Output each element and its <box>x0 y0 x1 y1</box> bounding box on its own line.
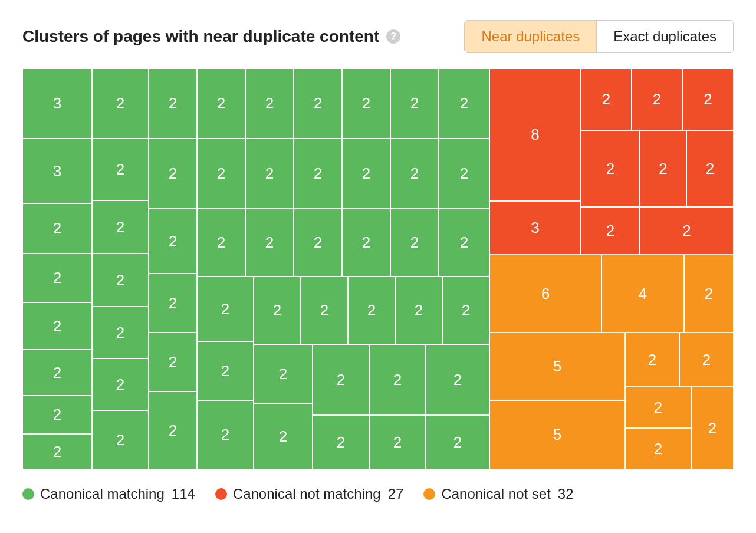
treemap-cell[interactable]: 2 <box>92 139 149 200</box>
treemap-cell[interactable]: 2 <box>149 274 197 333</box>
treemap-cell[interactable]: 2 <box>682 68 734 130</box>
treemap-cell[interactable]: 2 <box>22 396 92 434</box>
legend-swatch <box>423 488 435 500</box>
treemap-cell[interactable]: 2 <box>390 68 439 139</box>
treemap-cell[interactable]: 2 <box>254 277 301 344</box>
treemap-cell[interactable]: 2 <box>581 130 640 207</box>
treemap-cell[interactable]: 2 <box>92 200 149 254</box>
near-duplicates-tab[interactable]: Near duplicates <box>465 21 596 52</box>
treemap-cell[interactable]: 2 <box>197 341 254 400</box>
treemap-cell[interactable]: 2 <box>369 344 426 415</box>
treemap-cell[interactable]: 2 <box>426 415 489 469</box>
treemap-cell[interactable]: 2 <box>294 139 342 209</box>
treemap-cell[interactable]: 2 <box>149 333 197 391</box>
legend-label: Canonical not matching <box>233 486 381 502</box>
treemap-cell[interactable]: 2 <box>245 139 294 209</box>
duplicate-type-toggle: Near duplicates Exact duplicates <box>464 20 734 53</box>
treemap-cell[interactable]: 2 <box>197 139 245 209</box>
legend-canonical-matching[interactable]: Canonical matching 114 <box>22 486 195 502</box>
exact-duplicates-tab[interactable]: Exact duplicates <box>596 21 733 52</box>
treemap-cell[interactable]: 2 <box>369 415 426 469</box>
legend-count: 114 <box>172 486 195 502</box>
chart-title: Clusters of pages with near duplicate co… <box>22 27 379 46</box>
treemap-cell[interactable]: 2 <box>254 403 313 469</box>
treemap-cell[interactable]: 2 <box>342 68 390 139</box>
help-icon[interactable]: ? <box>386 29 400 44</box>
treemap-cell[interactable]: 2 <box>625 387 691 428</box>
treemap-cell[interactable]: 2 <box>395 277 442 344</box>
treemap-cell[interactable]: 2 <box>640 207 734 255</box>
treemap-cell[interactable]: 2 <box>149 139 197 209</box>
treemap-cell[interactable]: 2 <box>390 139 439 209</box>
chart-header: Clusters of pages with near duplicate co… <box>22 20 734 53</box>
treemap-cell[interactable]: 2 <box>342 209 390 277</box>
legend-canonical-not-matching[interactable]: Canonical not matching 27 <box>215 486 404 502</box>
legend-count: 32 <box>558 486 574 502</box>
chart-legend: Canonical matching 114 Canonical not mat… <box>22 486 734 502</box>
treemap-cell[interactable]: 2 <box>294 68 342 139</box>
treemap-cell[interactable]: 2 <box>197 400 254 469</box>
treemap-cell[interactable]: 6 <box>489 255 601 333</box>
legend-canonical-not-set[interactable]: Canonical not set 32 <box>423 486 573 502</box>
treemap-cell[interactable]: 2 <box>684 255 734 333</box>
treemap-cell[interactable]: 2 <box>581 68 632 130</box>
treemap-cell[interactable]: 2 <box>92 358 149 410</box>
treemap-cell[interactable]: 2 <box>92 254 149 307</box>
treemap-cell[interactable]: 2 <box>149 68 197 139</box>
treemap-cell[interactable]: 2 <box>439 68 489 139</box>
treemap-cell[interactable]: 2 <box>625 333 679 387</box>
treemap-cell[interactable]: 2 <box>149 391 197 469</box>
treemap-cell[interactable]: 2 <box>439 139 489 209</box>
treemap-cell[interactable]: 5 <box>489 400 625 469</box>
legend-swatch <box>215 488 227 500</box>
treemap-cell[interactable]: 2 <box>390 209 439 277</box>
treemap-cell[interactable]: 2 <box>691 387 734 469</box>
treemap-cell[interactable]: 3 <box>22 139 92 203</box>
legend-swatch <box>22 488 34 500</box>
treemap-cell[interactable]: 5 <box>489 333 625 400</box>
treemap-cell[interactable]: 2 <box>640 130 686 207</box>
treemap-cell[interactable]: 2 <box>22 203 92 254</box>
treemap-cell[interactable]: 2 <box>197 209 245 277</box>
treemap-cell[interactable]: 2 <box>679 333 734 387</box>
treemap-cell[interactable]: 2 <box>92 68 149 139</box>
treemap-cell[interactable]: 2 <box>92 307 149 358</box>
treemap-cell[interactable]: 2 <box>301 277 348 344</box>
legend-label: Canonical not set <box>441 486 550 502</box>
treemap-cell[interactable]: 2 <box>632 68 682 130</box>
treemap-cell[interactable]: 8 <box>489 68 581 201</box>
treemap-cell[interactable]: 2 <box>245 68 294 139</box>
treemap-cell[interactable]: 2 <box>197 68 245 139</box>
treemap-cell[interactable]: 4 <box>601 255 684 333</box>
treemap-cell[interactable]: 2 <box>348 277 395 344</box>
treemap-cell[interactable]: 2 <box>439 209 489 277</box>
treemap-cell[interactable]: 2 <box>197 277 254 341</box>
treemap-cell[interactable]: 2 <box>22 350 92 396</box>
treemap-cell[interactable]: 2 <box>254 344 313 403</box>
treemap-cell[interactable]: 2 <box>22 302 92 350</box>
treemap-cell[interactable]: 2 <box>442 277 489 344</box>
treemap-cell[interactable]: 2 <box>625 428 691 469</box>
treemap-cell[interactable]: 2 <box>92 410 149 469</box>
treemap-cell[interactable]: 2 <box>426 344 489 415</box>
treemap-cell[interactable]: 3 <box>22 68 92 139</box>
treemap-cell[interactable]: 2 <box>22 434 92 469</box>
legend-label: Canonical matching <box>40 486 165 502</box>
treemap-cell[interactable]: 2 <box>313 344 369 415</box>
treemap-cell[interactable]: 2 <box>294 209 342 277</box>
treemap-chart: 3 2 2 2 2 2 2 2 2 3 2 2 2 2 2 2 2 2 2 2 … <box>22 68 734 469</box>
treemap-cell[interactable]: 2 <box>149 209 197 274</box>
treemap-cell[interactable]: 2 <box>686 130 734 207</box>
treemap-cell[interactable]: 2 <box>245 209 294 277</box>
treemap-cell[interactable]: 2 <box>581 207 640 255</box>
treemap-cell[interactable]: 2 <box>313 415 369 469</box>
treemap-cell[interactable]: 2 <box>22 254 92 302</box>
treemap-cell[interactable]: 2 <box>342 139 390 209</box>
treemap-cell[interactable]: 3 <box>489 201 581 255</box>
legend-count: 27 <box>388 486 404 502</box>
